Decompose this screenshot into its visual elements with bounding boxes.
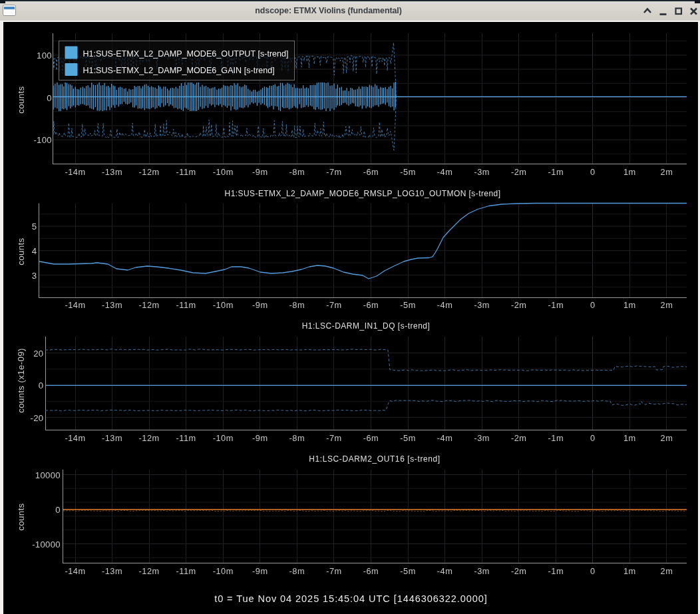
svg-text:-2m: -2m	[511, 300, 527, 310]
svg-text:-14m: -14m	[65, 300, 85, 310]
svg-text:-10m: -10m	[213, 167, 234, 177]
svg-text:-13m: -13m	[102, 566, 122, 576]
svg-text:-11m: -11m	[176, 300, 196, 310]
svg-text:-11m: -11m	[176, 167, 196, 177]
svg-text:-9m: -9m	[252, 167, 268, 177]
svg-text:-3m: -3m	[474, 433, 490, 443]
svg-text:-7m: -7m	[326, 433, 342, 443]
svg-text:-1m: -1m	[548, 433, 564, 443]
svg-text:-5m: -5m	[400, 167, 416, 177]
svg-text:-6m: -6m	[363, 300, 379, 310]
svg-text:-9m: -9m	[252, 433, 268, 443]
svg-text:-6m: -6m	[363, 167, 379, 177]
svg-text:-8m: -8m	[289, 566, 305, 576]
svg-text:H1:SUS-ETMX_L2_DAMP_MODE6_OUTP: H1:SUS-ETMX_L2_DAMP_MODE6_OUTPUT [s-tren…	[83, 49, 289, 59]
svg-text:0: 0	[47, 93, 52, 103]
svg-text:-1m: -1m	[548, 300, 564, 310]
svg-text:-11m: -11m	[176, 433, 196, 443]
svg-text:1m: 1m	[623, 167, 636, 177]
svg-text:20: 20	[33, 349, 43, 359]
svg-text:5: 5	[32, 222, 37, 231]
svg-text:-6m: -6m	[363, 566, 379, 576]
svg-text:0: 0	[55, 505, 61, 515]
svg-text:-12m: -12m	[139, 433, 160, 443]
svg-text:H1:SUS-ETMX_L2_DAMP_MODE6_GAIN: H1:SUS-ETMX_L2_DAMP_MODE6_GAIN [s-trend]	[83, 66, 275, 75]
svg-text:-7m: -7m	[326, 167, 342, 177]
svg-text:-8m: -8m	[289, 433, 305, 443]
svg-text:-6m: -6m	[363, 433, 379, 443]
svg-text:-7m: -7m	[326, 300, 342, 310]
svg-text:10000: 10000	[35, 470, 61, 480]
svg-text:-11m: -11m	[176, 566, 196, 576]
svg-text:t0 = Tue Nov 04 2025 15:45:04: t0 = Tue Nov 04 2025 15:45:04 UTC [14463…	[214, 593, 488, 604]
svg-text:-20: -20	[31, 413, 44, 423]
svg-text:-4m: -4m	[437, 566, 453, 576]
svg-text:2m: 2m	[661, 566, 673, 576]
svg-text:3: 3	[32, 271, 37, 281]
svg-text:-13m: -13m	[102, 433, 122, 443]
svg-text:counts: counts	[16, 503, 26, 530]
svg-text:H1:LSC-DARM_IN1_DQ [s-trend]: H1:LSC-DARM_IN1_DQ [s-trend]	[302, 321, 431, 331]
svg-text:1m: 1m	[623, 566, 636, 576]
svg-text:-12m: -12m	[139, 300, 160, 310]
svg-text:-3m: -3m	[474, 300, 490, 310]
svg-text:-3m: -3m	[474, 167, 490, 177]
svg-text:1m: 1m	[623, 433, 636, 443]
svg-text:-3m: -3m	[474, 566, 490, 576]
svg-text:-2m: -2m	[511, 566, 527, 576]
svg-text:-10000: -10000	[32, 539, 61, 549]
svg-text:-10m: -10m	[213, 566, 234, 576]
svg-text:-4m: -4m	[437, 433, 453, 443]
svg-text:-14m: -14m	[65, 433, 85, 443]
svg-text:-13m: -13m	[102, 300, 122, 310]
svg-text:H1:SUS-ETMX_L2_DAMP_MODE6_RMSL: H1:SUS-ETMX_L2_DAMP_MODE6_RMSLP_LOG10_OU…	[225, 189, 501, 198]
svg-text:2m: 2m	[661, 167, 673, 177]
svg-text:-1m: -1m	[548, 566, 564, 576]
svg-text:counts: counts	[16, 237, 26, 265]
svg-text:-2m: -2m	[511, 167, 527, 177]
svg-text:0: 0	[590, 167, 596, 177]
svg-text:-4m: -4m	[437, 167, 453, 177]
svg-text:-8m: -8m	[289, 300, 305, 310]
svg-text:0: 0	[39, 381, 44, 390]
svg-text:H1:LSC-DARM2_OUT16 [s-trend]: H1:LSC-DARM2_OUT16 [s-trend]	[309, 454, 440, 464]
svg-text:-14m: -14m	[65, 566, 85, 576]
svg-text:2m: 2m	[661, 300, 673, 310]
svg-text:4: 4	[32, 246, 37, 256]
svg-text:-5m: -5m	[400, 300, 416, 310]
svg-text:-9m: -9m	[252, 566, 268, 576]
svg-text:2m: 2m	[661, 433, 673, 443]
svg-text:-5m: -5m	[400, 566, 416, 576]
svg-text:-7m: -7m	[326, 566, 342, 576]
svg-text:-10m: -10m	[213, 433, 234, 443]
svg-text:-1m: -1m	[548, 167, 564, 177]
svg-text:-5m: -5m	[400, 433, 416, 443]
svg-text:1m: 1m	[623, 300, 636, 310]
svg-text:-13m: -13m	[102, 167, 122, 177]
svg-text:0: 0	[590, 300, 596, 310]
svg-text:counts: counts	[16, 86, 26, 113]
svg-text:100: 100	[37, 51, 52, 61]
svg-text:-100: -100	[33, 135, 52, 145]
svg-text:-12m: -12m	[139, 566, 160, 576]
svg-text:counts (x1e-09): counts (x1e-09)	[16, 348, 26, 413]
svg-text:-8m: -8m	[289, 167, 305, 177]
svg-text:0: 0	[590, 433, 596, 443]
svg-text:-14m: -14m	[65, 167, 85, 177]
svg-text:-4m: -4m	[437, 300, 453, 310]
svg-text:-2m: -2m	[511, 433, 527, 443]
svg-text:-9m: -9m	[252, 300, 268, 310]
svg-text:0: 0	[590, 566, 596, 576]
svg-text:-10m: -10m	[213, 300, 234, 310]
svg-text:-12m: -12m	[139, 167, 160, 177]
